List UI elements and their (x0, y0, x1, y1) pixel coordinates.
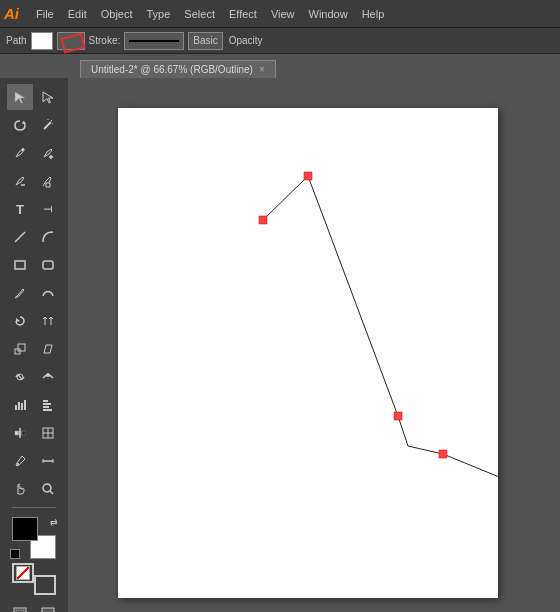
tool-row-6 (7, 224, 61, 250)
menu-select[interactable]: Select (177, 6, 222, 22)
delete-anchor-tool[interactable] (7, 168, 33, 194)
menu-window[interactable]: Window (302, 6, 355, 22)
menu-effect[interactable]: Effect (222, 6, 264, 22)
reflect-tool[interactable] (35, 308, 61, 334)
anchor-point-3[interactable] (394, 412, 402, 420)
style-dropdown[interactable]: Basic (188, 32, 222, 50)
type-tool[interactable]: T (7, 196, 33, 222)
svg-line-2 (51, 120, 52, 121)
stroke-icon[interactable] (57, 32, 85, 50)
main-area: T T (0, 78, 560, 612)
column-graph-tool[interactable] (7, 392, 33, 418)
svg-rect-20 (43, 400, 48, 402)
menu-view[interactable]: View (264, 6, 302, 22)
tool-row-12 (7, 392, 61, 418)
mesh-tool[interactable] (35, 420, 61, 446)
eyedropper-tool[interactable] (7, 448, 33, 474)
magic-wand-tool[interactable] (35, 112, 61, 138)
tool-row-11 (7, 364, 61, 390)
rounded-rect-tool[interactable] (35, 252, 61, 278)
menu-object[interactable]: Object (94, 6, 140, 22)
svg-rect-18 (21, 403, 23, 410)
tool-row-3 (7, 140, 61, 166)
screen-mode-normal[interactable] (7, 601, 33, 612)
svg-rect-37 (42, 608, 54, 612)
svg-line-0 (44, 122, 51, 129)
smooth-tool[interactable] (35, 280, 61, 306)
scale-tool[interactable] (7, 336, 33, 362)
gradient-tool[interactable] (7, 420, 33, 446)
tool-row-15 (7, 476, 61, 502)
svg-point-4 (22, 148, 25, 151)
tool-row-8 (7, 280, 61, 306)
line-tool[interactable] (7, 224, 33, 250)
menu-help[interactable]: Help (355, 6, 392, 22)
zoom-tool[interactable] (35, 476, 61, 502)
shear-tool[interactable] (35, 336, 61, 362)
canvas-area[interactable] (68, 78, 560, 612)
svg-marker-11 (16, 318, 20, 322)
foreground-color-swatch[interactable] (12, 517, 38, 541)
anchor-point-2[interactable] (304, 172, 312, 180)
hand-tool[interactable] (7, 476, 33, 502)
tool-row-1 (7, 84, 61, 110)
selection-tool[interactable] (7, 84, 33, 110)
svg-line-34 (50, 491, 53, 494)
reset-colors-icon[interactable] (10, 549, 20, 559)
fill-swatch[interactable] (31, 32, 53, 50)
options-bar: Path Stroke: Basic Opacity (0, 28, 560, 54)
artboard (118, 108, 498, 598)
convert-anchor-tool[interactable] (35, 168, 61, 194)
stroke-preview[interactable] (124, 32, 184, 50)
app-logo: Ai (4, 5, 19, 22)
stroke-line-icon (129, 40, 179, 42)
tab-bar: Untitled-2* @ 66.67% (RGB/Outline) × (0, 54, 560, 78)
vertical-type-tool[interactable]: T (35, 196, 61, 222)
rotate-tool[interactable] (7, 308, 33, 334)
path-label: Path (6, 35, 27, 46)
measure-tool[interactable] (35, 448, 61, 474)
menu-bar: Ai File Edit Object Type Select Effect V… (0, 0, 560, 28)
svg-point-33 (43, 484, 51, 492)
svg-rect-13 (18, 344, 25, 351)
swap-colors-icon[interactable]: ⇄ (50, 517, 58, 527)
anchor-point-1[interactable] (259, 216, 267, 224)
toolbar: T T (0, 78, 68, 612)
lasso-tool[interactable] (7, 112, 33, 138)
fill-indicator[interactable] (12, 563, 34, 583)
tool-row-bottom (7, 601, 61, 612)
stroke-indicator[interactable] (34, 575, 56, 595)
pen-tool[interactable] (7, 140, 33, 166)
svg-point-29 (17, 463, 19, 465)
arc-tool[interactable] (35, 224, 61, 250)
menu-edit[interactable]: Edit (61, 6, 94, 22)
reshape-tool[interactable] (35, 364, 61, 390)
add-anchor-tool[interactable] (35, 140, 61, 166)
tool-row-9 (7, 308, 61, 334)
direct-select-tool[interactable] (35, 84, 61, 110)
tab-close-button[interactable]: × (259, 64, 265, 75)
document-tab[interactable]: Untitled-2* @ 66.67% (RGB/Outline) × (80, 60, 276, 78)
path-svg (118, 108, 498, 598)
toolbar-separator (12, 507, 56, 508)
opacity-label: Opacity (229, 35, 263, 46)
svg-rect-9 (15, 261, 25, 269)
tool-row-13 (7, 420, 61, 446)
tab-title: Untitled-2* @ 66.67% (RGB/Outline) (91, 64, 253, 75)
svg-rect-16 (15, 405, 17, 410)
svg-rect-19 (24, 400, 26, 410)
warp-tool[interactable] (7, 364, 33, 390)
rectangle-tool[interactable] (7, 252, 33, 278)
tool-row-4 (7, 168, 61, 194)
menu-type[interactable]: Type (140, 6, 178, 22)
tool-row-10 (7, 336, 61, 362)
tool-row-7 (7, 252, 61, 278)
color-swatch-area: ⇄ (8, 517, 60, 559)
pencil-tool[interactable] (7, 280, 33, 306)
anchor-point-4[interactable] (439, 450, 447, 458)
bar-graph-tool[interactable] (35, 392, 61, 418)
path-shape (263, 176, 498, 524)
tool-row-2 (7, 112, 61, 138)
screen-mode-full[interactable] (35, 601, 61, 612)
menu-file[interactable]: File (29, 6, 61, 22)
